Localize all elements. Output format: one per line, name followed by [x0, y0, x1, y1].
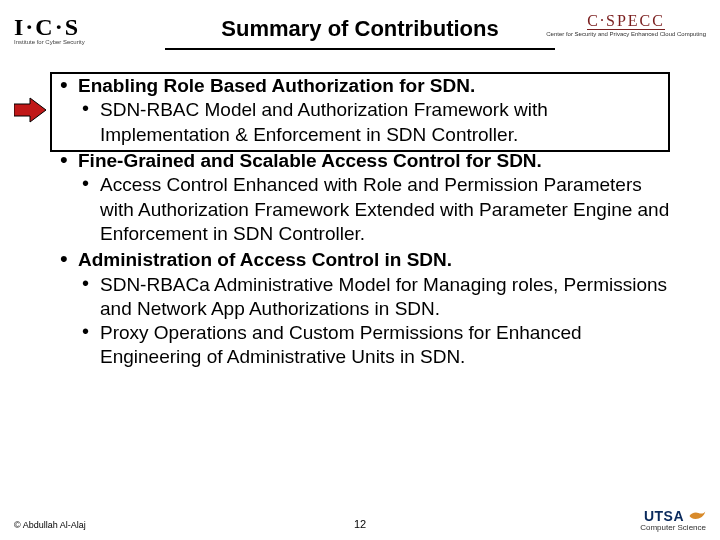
sub-item: Access Control Enhanced with Role and Pe… [78, 173, 670, 246]
logo-left-text: I·C·S [14, 14, 81, 40]
sub-list: SDN-RBAC Model and Authorization Framewo… [78, 98, 670, 147]
bullet-head: Fine-Grained and Scalable Access Control… [78, 150, 542, 171]
footer-author: © Abdullah Al-Alaj [14, 520, 86, 530]
footer-org-text: UTSA [644, 508, 684, 524]
sub-item: Proxy Operations and Custom Permissions … [78, 321, 670, 370]
sub-item: SDN-RBAC Model and Authorization Framewo… [78, 98, 670, 147]
svg-marker-0 [14, 98, 46, 122]
logo-left-tagline: Institute for Cyber Security [14, 39, 85, 45]
bullet-item: Fine-Grained and Scalable Access Control… [58, 149, 670, 246]
bullet-list: Enabling Role Based Authorization for SD… [58, 74, 670, 370]
bullet-item: Administration of Access Control in SDN.… [58, 248, 670, 370]
title-underline [165, 48, 555, 50]
bird-icon [688, 510, 706, 522]
footer-org: UTSA Computer Science [640, 507, 706, 532]
logo-right: C·SPECC Center for Security and Privacy … [546, 12, 706, 37]
bullet-item: Enabling Role Based Authorization for SD… [58, 74, 670, 147]
slide-header: I·C·S Institute for Cyber Security Summa… [0, 0, 720, 64]
arrow-right-icon [14, 96, 46, 124]
logo-left: I·C·S Institute for Cyber Security [14, 14, 85, 45]
footer-dept: Computer Science [640, 523, 706, 532]
slide-footer: © Abdullah Al-Alaj 12 UTSA Computer Scie… [0, 506, 720, 532]
sub-list: Access Control Enhanced with Role and Pe… [78, 173, 670, 246]
bullet-head: Administration of Access Control in SDN. [78, 249, 452, 270]
logo-right-text: C·SPECC [587, 12, 665, 30]
footer-page-number: 12 [354, 518, 366, 530]
footer-org-logo: UTSA [644, 508, 706, 524]
sub-list: SDN-RBACa Administrative Model for Manag… [78, 273, 670, 370]
slide: I·C·S Institute for Cyber Security Summa… [0, 0, 720, 540]
sub-item: SDN-RBACa Administrative Model for Manag… [78, 273, 670, 322]
slide-body: Enabling Role Based Authorization for SD… [0, 74, 720, 370]
logo-right-tagline: Center for Security and Privacy Enhanced… [546, 31, 706, 37]
slide-title: Summary of Contributions [221, 16, 498, 42]
bullet-head: Enabling Role Based Authorization for SD… [78, 75, 475, 96]
